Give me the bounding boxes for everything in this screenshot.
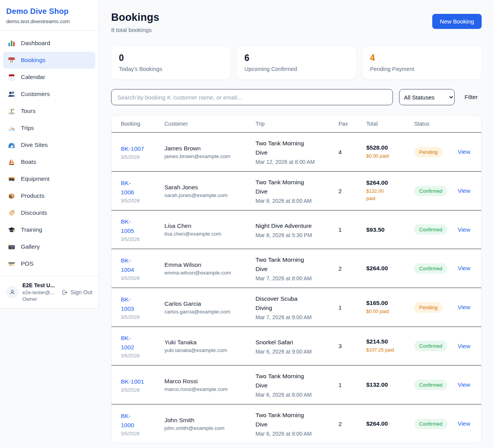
- sign-out-button[interactable]: Sign Out: [61, 289, 92, 296]
- table-row: BK- 1000 3/5/2026 John Smith john.smith@…: [112, 404, 481, 443]
- booking-date: 3/5/2026: [121, 276, 164, 281]
- view-link[interactable]: View: [458, 226, 470, 233]
- view-link[interactable]: View: [458, 420, 470, 427]
- customer-name: Emma Wilson: [164, 261, 255, 268]
- status-filter-select[interactable]: All Statuses: [399, 89, 455, 105]
- sidebar-item-label: Dive Sites: [21, 141, 48, 148]
- sidebar-item-label: Trips: [21, 125, 34, 131]
- status-badge: Pending: [414, 302, 443, 313]
- page-header: Bookings 8 total bookings New Booking: [111, 12, 482, 33]
- total-amount: $93.50: [366, 226, 414, 233]
- user-name: E2E Test U...: [22, 282, 55, 289]
- booking-link[interactable]: BK- 1000: [121, 411, 134, 430]
- table-row: BK- 1002 3/5/2026 Yuki Tanaka yuki.tanak…: [112, 327, 481, 365]
- sidebar-item-calendar[interactable]: Calendar: [3, 69, 95, 86]
- total-amount: $264.00: [366, 179, 414, 186]
- sidebar-item-tours[interactable]: Tours: [3, 103, 95, 120]
- booking-link[interactable]: BK- 1005: [121, 217, 134, 236]
- sidebar-item-customers[interactable]: Customers: [3, 86, 95, 103]
- sidebar-item-discounts[interactable]: Discounts: [3, 204, 95, 221]
- booking-date: 3/5/2026: [121, 353, 164, 359]
- status-badge: Confirmed: [414, 419, 447, 429]
- booking-link[interactable]: BK- 1006: [121, 179, 134, 197]
- customer-email: lisa.chen@example.com: [164, 231, 255, 237]
- column-header-pax: Pax: [338, 121, 366, 127]
- stat-label: Today's Bookings: [119, 66, 223, 72]
- water-wave-icon: [8, 141, 15, 149]
- view-link[interactable]: View: [458, 265, 470, 271]
- sidebar-item-label: Gallery: [21, 243, 40, 250]
- filter-button[interactable]: Filter: [461, 94, 482, 101]
- booking-link[interactable]: BK-1007: [121, 144, 144, 153]
- stat-value: 0: [119, 53, 223, 63]
- main-content: Bookings 8 total bookings New Booking 0 …: [99, 0, 494, 448]
- trip-name: Two Tank Morning Dive: [255, 255, 338, 274]
- table-row: BK-1001 3/5/2026 Marco Rossi marco.rossi…: [112, 365, 481, 404]
- table-row: BK- 1003 3/5/2026 Carlos Garcia carlos.g…: [112, 288, 481, 327]
- sidebar-item-bookings[interactable]: 17 Bookings: [3, 52, 95, 69]
- total-amount: $132.00: [366, 381, 414, 388]
- booking-link[interactable]: BK-1001: [121, 377, 144, 386]
- trip-time: Mar 6, 2026 at 8:00 AM: [255, 431, 338, 437]
- bar-chart-icon: [8, 39, 15, 47]
- sidebar-item-label: Equipment: [21, 175, 49, 182]
- booking-date: 3/5/2026: [121, 431, 164, 436]
- view-link[interactable]: View: [458, 304, 470, 310]
- customer-name: Yuki Tanaka: [164, 339, 255, 346]
- page-title: Bookings: [111, 12, 159, 24]
- shop-domain: demo.test.divestreams.com: [6, 19, 92, 24]
- customer-name: James Brown: [164, 145, 255, 152]
- search-input[interactable]: [111, 89, 393, 105]
- status-badge: Confirmed: [414, 186, 447, 196]
- pax-count: 2: [338, 421, 366, 427]
- shop-name: Demo Dive Shop: [6, 7, 92, 16]
- status-badge: Confirmed: [414, 224, 447, 235]
- paid-amount: $0.00 paid: [366, 153, 391, 160]
- sidebar-item-trips[interactable]: Trips: [3, 120, 95, 136]
- sidebar-user-footer: E2E Test U... e2e-tester@... Owner Sign …: [0, 276, 98, 308]
- customer-name: John Smith: [164, 417, 255, 424]
- view-link[interactable]: View: [458, 343, 470, 349]
- booking-link[interactable]: BK- 1002: [121, 333, 134, 352]
- stat-label: Upcoming Confirmed: [244, 66, 348, 72]
- table-header-row: Booking Customer Trip Pax Total Status: [112, 115, 481, 133]
- people-icon: [8, 90, 15, 98]
- trip-time: Mar 7, 2026 at 9:00 AM: [255, 314, 338, 320]
- sidebar-item-label: Bookings: [21, 57, 46, 64]
- booking-link[interactable]: BK- 1004: [121, 256, 134, 275]
- graduation-cap-icon: [8, 226, 15, 234]
- total-amount: $528.00: [366, 144, 414, 151]
- pax-count: 2: [338, 188, 366, 194]
- trip-name: Two Tank Morning Dive: [255, 411, 338, 429]
- sidebar-nav: Dashboard 17 Bookings Calendar Customers…: [0, 31, 98, 276]
- column-header-status: Status: [414, 121, 458, 127]
- sidebar-item-label: Boats: [21, 158, 36, 165]
- new-booking-button[interactable]: New Booking: [432, 14, 482, 29]
- trip-time: Mar 6, 2026 at 8:00 AM: [255, 392, 338, 398]
- sidebar-item-dive-sites[interactable]: Dive Sites: [3, 136, 95, 153]
- sidebar-item-products[interactable]: Products: [3, 187, 95, 204]
- paid-amount: $107.25 paid: [366, 347, 401, 354]
- view-link[interactable]: View: [458, 148, 470, 155]
- filter-row: All Statuses Filter: [111, 89, 482, 105]
- sidebar-item-equipment[interactable]: Equipment: [3, 170, 95, 187]
- booking-link[interactable]: BK- 1003: [121, 295, 134, 313]
- pax-count: 1: [338, 382, 366, 388]
- trip-time: Mar 8, 2026 at 8:00 AM: [255, 198, 338, 204]
- sidebar-item-training[interactable]: Training: [3, 221, 95, 238]
- speedboat-icon: [8, 124, 15, 132]
- sidebar-item-pos[interactable]: POS: [3, 255, 95, 272]
- sign-out-label: Sign Out: [71, 289, 92, 295]
- table-row: BK- 1005 3/5/2026 Lisa Chen lisa.chen@ex…: [112, 210, 481, 249]
- view-link[interactable]: View: [458, 381, 470, 388]
- sidebar-item-dashboard[interactable]: Dashboard: [3, 35, 95, 52]
- stat-value: 4: [370, 53, 474, 63]
- sidebar-item-gallery[interactable]: Gallery: [3, 238, 95, 255]
- stat-label: Pending Payment: [370, 66, 474, 72]
- view-link[interactable]: View: [458, 187, 470, 194]
- calendar-date-icon: 17: [8, 56, 15, 64]
- customer-email: carlos.garcia@example.com: [164, 309, 255, 315]
- sidebar-item-boats[interactable]: Boats: [3, 153, 95, 170]
- trip-time: Mar 7, 2026 at 8:00 AM: [255, 275, 338, 281]
- status-badge: Confirmed: [414, 263, 447, 274]
